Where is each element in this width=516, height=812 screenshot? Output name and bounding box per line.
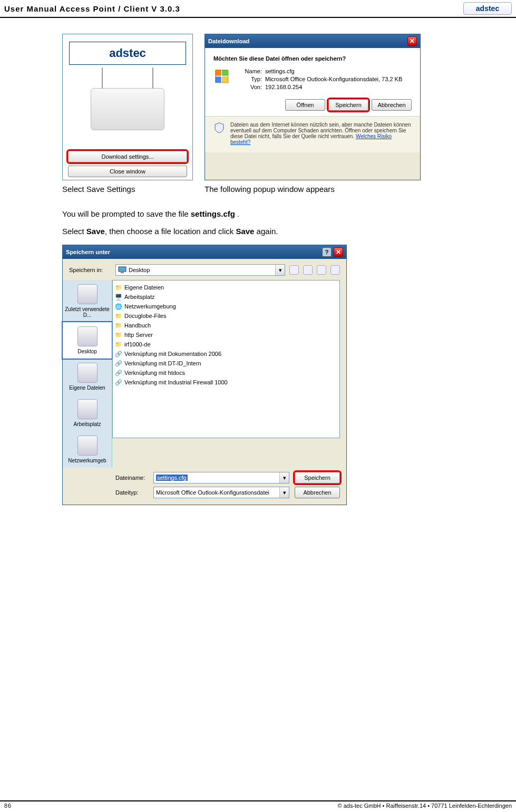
- folder-icon: 📁: [115, 312, 122, 320]
- list-item[interactable]: 🔗Verknüpfung mit htdocs: [115, 368, 337, 378]
- list-item[interactable]: 🌐Netzwerkumgebung: [115, 302, 337, 311]
- help-icon[interactable]: ?: [322, 247, 332, 257]
- close-icon[interactable]: ✕: [407, 36, 417, 46]
- page-number: 86: [4, 803, 12, 809]
- save-in-value: Desktop: [129, 267, 150, 273]
- svg-rect-5: [119, 267, 126, 272]
- shortcut-icon: 🔗: [115, 379, 122, 386]
- shield-icon: [213, 122, 225, 133]
- label-name: Name:: [236, 68, 262, 74]
- folder-icon: 📁: [115, 322, 122, 329]
- toolbar-icons: [289, 265, 340, 275]
- manual-title: User Manual Access Point / Client V 3.0.…: [4, 4, 180, 13]
- shortcut-icon: 🔗: [115, 369, 122, 376]
- file-download-dialog: Dateidownload ✕ Möchten Sie diese Datei …: [205, 34, 421, 180]
- device-image: [69, 69, 186, 149]
- place-desktop[interactable]: Desktop: [63, 322, 112, 359]
- shortcut-icon: 🔗: [115, 350, 122, 357]
- list-item[interactable]: 📁Handbuch: [115, 321, 337, 330]
- value-name: settings.cfg: [265, 68, 295, 74]
- open-button[interactable]: Öffnen: [285, 99, 325, 111]
- filename-value: settings.cfg: [156, 475, 188, 481]
- app-window: adstec Download settings... Close window: [62, 34, 193, 180]
- file-list[interactable]: 📁Eigene Dateien 🖥️Arbeitsplatz 🌐Netzwerk…: [112, 280, 340, 438]
- folder-icon: 📁: [115, 284, 122, 291]
- label-from: Von:: [236, 84, 262, 90]
- cancel-button[interactable]: Abbrechen: [295, 487, 340, 498]
- list-item[interactable]: 🖥️Arbeitsplatz: [115, 292, 337, 302]
- places-bar: Zuletzt verwendete D... Desktop Eigene D…: [63, 280, 112, 468]
- filename-label: Dateiname:: [115, 475, 148, 481]
- svg-rect-4: [222, 77, 228, 82]
- folder-icon: 📁: [115, 331, 122, 339]
- page-footer: 86 © ads-tec GmbH • Raiffeisenstr.14 • 7…: [0, 800, 516, 809]
- svg-rect-1: [216, 70, 221, 75]
- place-documents[interactable]: Eigene Dateien: [63, 359, 112, 395]
- network-icon: 🌐: [115, 303, 122, 310]
- list-item[interactable]: 📁Eigene Dateien: [115, 283, 337, 292]
- computer-icon: 🖥️: [115, 293, 122, 301]
- caption-right: The following popup window appears: [205, 185, 458, 194]
- save-in-label: Speichern in:: [69, 267, 111, 273]
- value-from: 192.168.0.254: [265, 84, 302, 90]
- save-button[interactable]: Speichern: [295, 472, 340, 484]
- place-recent[interactable]: Zuletzt verwendete D...: [63, 280, 112, 322]
- views-icon[interactable]: [330, 265, 340, 275]
- shortcut-icon: 🔗: [115, 360, 122, 367]
- cancel-button[interactable]: Abbrechen: [372, 99, 412, 111]
- back-icon[interactable]: [289, 265, 299, 275]
- download-settings-button[interactable]: Download settings...: [68, 151, 187, 162]
- list-item[interactable]: 📁http Server: [115, 330, 337, 340]
- dialog-question: Möchten Sie diese Datei öffnen oder spei…: [213, 55, 412, 62]
- value-type: Microsoft Office Outlook-Konfigurationsd…: [265, 76, 402, 82]
- filetype-dropdown[interactable]: Microsoft Office Outlook-Konfigurationsd…: [153, 487, 289, 498]
- place-network[interactable]: Netzwerkumgeb: [63, 431, 112, 468]
- copyright: © ads-tec GmbH • Raiffeisenstr.14 • 7077…: [337, 803, 512, 809]
- page-header: User Manual Access Point / Client V 3.0.…: [0, 0, 516, 18]
- save-in-dropdown[interactable]: Desktop ▾: [115, 264, 285, 276]
- list-item[interactable]: 🔗Verknüpfung mit DT-ID_Intern: [115, 359, 337, 368]
- caption-left: Select Save Settings: [62, 185, 193, 194]
- filetype-label: Dateityp:: [115, 489, 148, 496]
- chevron-down-icon[interactable]: ▾: [279, 487, 289, 498]
- list-item[interactable]: 🔗Verknüpfung mit Industrial Firewall 100…: [115, 378, 337, 387]
- svg-rect-6: [121, 272, 124, 273]
- place-computer[interactable]: Arbeitsplatz: [63, 395, 112, 431]
- paragraph-2: Select Save, then choose a file location…: [62, 226, 458, 238]
- svg-rect-2: [222, 70, 228, 75]
- list-item[interactable]: 🔗Verknüpfung mit Dokumentation 2006: [115, 349, 337, 359]
- save-as-dialog: Speichern unter ? ✕ Speichern in: Deskto…: [62, 245, 347, 505]
- list-item[interactable]: 📁irf1000-de: [115, 340, 337, 349]
- close-icon[interactable]: ✕: [334, 247, 343, 257]
- label-type: Typ:: [236, 76, 262, 82]
- close-window-button[interactable]: Close window: [68, 166, 187, 177]
- filename-input[interactable]: settings.cfg ▾: [153, 472, 289, 484]
- folder-icon: 📁: [115, 341, 122, 348]
- filetype-value: Microsoft Office Outlook-Konfigurationsd…: [156, 489, 269, 496]
- dialog-title: Dateidownload: [208, 38, 249, 44]
- paragraph-1: You will be prompted to save the file se…: [62, 208, 458, 220]
- new-folder-icon[interactable]: [317, 265, 326, 275]
- file-type-icon: [213, 68, 230, 85]
- up-icon[interactable]: [303, 265, 313, 275]
- chevron-down-icon[interactable]: ▾: [275, 265, 285, 275]
- save-button[interactable]: Speichern: [328, 99, 368, 111]
- svg-rect-3: [216, 77, 221, 82]
- brand-logo: adstec: [463, 2, 512, 15]
- desktop-icon: [118, 265, 126, 275]
- save-dialog-title: Speichern unter: [66, 249, 110, 255]
- app-logo: adstec: [69, 42, 186, 65]
- list-item[interactable]: 📁Docuglobe-Files: [115, 311, 337, 321]
- chevron-down-icon[interactable]: ▾: [279, 472, 289, 483]
